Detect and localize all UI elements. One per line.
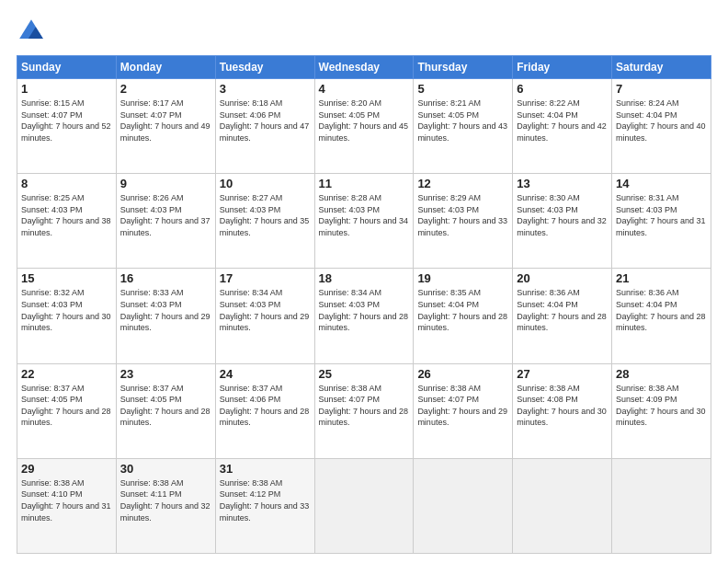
day-number: 9 [120, 177, 211, 190]
calendar-cell: 4 Sunrise: 8:20 AMSunset: 4:05 PMDayligh… [314, 79, 414, 174]
day-info: Sunrise: 8:38 AMSunset: 4:07 PMDaylight:… [319, 384, 409, 428]
day-info: Sunrise: 8:32 AMSunset: 4:03 PMDaylight:… [21, 288, 111, 332]
weekday-header: Sunday [17, 56, 117, 79]
calendar-cell: 30 Sunrise: 8:38 AMSunset: 4:11 PMDaylig… [116, 458, 215, 553]
day-number: 3 [220, 82, 311, 96]
day-number: 25 [319, 367, 410, 381]
calendar-cell: 7 Sunrise: 8:24 AMSunset: 4:04 PMDayligh… [612, 79, 711, 174]
calendar-cell: 18 Sunrise: 8:34 AMSunset: 4:03 PMDaylig… [314, 269, 414, 363]
calendar-cell: 13 Sunrise: 8:30 AMSunset: 4:03 PMDaylig… [513, 174, 612, 269]
weekday-header: Thursday [414, 56, 513, 79]
logo [17, 17, 50, 46]
day-info: Sunrise: 8:27 AMSunset: 4:03 PMDaylight:… [220, 193, 310, 237]
calendar-cell: 17 Sunrise: 8:34 AMSunset: 4:03 PMDaylig… [215, 269, 314, 363]
calendar-cell: 22 Sunrise: 8:37 AMSunset: 4:05 PMDaylig… [17, 363, 117, 458]
day-info: Sunrise: 8:26 AMSunset: 4:03 PMDaylight:… [120, 193, 210, 237]
day-number: 6 [517, 82, 608, 96]
calendar-week: 15 Sunrise: 8:32 AMSunset: 4:03 PMDaylig… [17, 269, 711, 363]
calendar-cell: 27 Sunrise: 8:38 AMSunset: 4:08 PMDaylig… [513, 363, 612, 458]
day-info: Sunrise: 8:36 AMSunset: 4:04 PMDaylight:… [517, 288, 607, 332]
calendar-header: SundayMondayTuesdayWednesdayThursdayFrid… [17, 56, 711, 79]
day-info: Sunrise: 8:35 AMSunset: 4:04 PMDaylight:… [417, 288, 507, 332]
day-info: Sunrise: 8:25 AMSunset: 4:03 PMDaylight:… [21, 193, 111, 237]
calendar-cell: 29 Sunrise: 8:38 AMSunset: 4:10 PMDaylig… [17, 458, 117, 553]
calendar-cell: 28 Sunrise: 8:38 AMSunset: 4:09 PMDaylig… [612, 363, 711, 458]
day-info: Sunrise: 8:38 AMSunset: 4:09 PMDaylight:… [616, 384, 706, 428]
day-info: Sunrise: 8:37 AMSunset: 4:05 PMDaylight:… [120, 384, 210, 428]
day-info: Sunrise: 8:36 AMSunset: 4:04 PMDaylight:… [616, 288, 706, 332]
weekday-header: Tuesday [215, 56, 314, 79]
calendar-cell: 3 Sunrise: 8:18 AMSunset: 4:06 PMDayligh… [215, 79, 314, 174]
calendar-cell: 24 Sunrise: 8:37 AMSunset: 4:06 PMDaylig… [215, 363, 314, 458]
day-info: Sunrise: 8:38 AMSunset: 4:08 PMDaylight:… [517, 384, 607, 428]
weekday-header: Friday [513, 56, 612, 79]
calendar-body: 1 Sunrise: 8:15 AMSunset: 4:07 PMDayligh… [17, 79, 711, 554]
day-info: Sunrise: 8:38 AMSunset: 4:10 PMDaylight:… [21, 478, 111, 523]
day-number: 30 [120, 462, 211, 476]
day-number: 8 [21, 177, 112, 190]
day-number: 23 [120, 367, 211, 381]
day-info: Sunrise: 8:20 AMSunset: 4:05 PMDaylight:… [319, 98, 409, 143]
day-number: 28 [616, 367, 707, 381]
day-number: 2 [120, 82, 211, 96]
day-info: Sunrise: 8:37 AMSunset: 4:06 PMDaylight:… [220, 384, 310, 428]
day-info: Sunrise: 8:30 AMSunset: 4:03 PMDaylight:… [517, 193, 607, 237]
day-info: Sunrise: 8:38 AMSunset: 4:11 PMDaylight:… [120, 478, 210, 523]
day-info: Sunrise: 8:24 AMSunset: 4:04 PMDaylight:… [616, 98, 706, 143]
calendar-cell: 2 Sunrise: 8:17 AMSunset: 4:07 PMDayligh… [116, 79, 215, 174]
day-number: 14 [616, 177, 707, 190]
calendar-cell: 31 Sunrise: 8:38 AMSunset: 4:12 PMDaylig… [215, 458, 314, 553]
day-info: Sunrise: 8:22 AMSunset: 4:04 PMDaylight:… [517, 98, 607, 143]
day-info: Sunrise: 8:34 AMSunset: 4:03 PMDaylight:… [319, 288, 409, 332]
logo-icon [17, 17, 46, 46]
day-info: Sunrise: 8:31 AMSunset: 4:03 PMDaylight:… [616, 193, 706, 237]
calendar-cell: 5 Sunrise: 8:21 AMSunset: 4:05 PMDayligh… [414, 79, 513, 174]
day-number: 4 [319, 82, 410, 96]
day-number: 22 [21, 367, 112, 381]
day-number: 29 [21, 462, 112, 476]
day-number: 17 [220, 271, 311, 285]
day-number: 12 [417, 177, 508, 190]
day-info: Sunrise: 8:15 AMSunset: 4:07 PMDaylight:… [21, 98, 111, 143]
calendar-cell [414, 458, 513, 553]
calendar: SundayMondayTuesdayWednesdayThursdayFrid… [17, 55, 711, 554]
day-info: Sunrise: 8:29 AMSunset: 4:03 PMDaylight:… [417, 193, 507, 237]
day-info: Sunrise: 8:34 AMSunset: 4:03 PMDaylight:… [220, 288, 310, 332]
header [17, 17, 711, 46]
calendar-cell [314, 458, 414, 553]
day-number: 1 [21, 82, 112, 96]
calendar-cell: 14 Sunrise: 8:31 AMSunset: 4:03 PMDaylig… [612, 174, 711, 269]
calendar-week: 22 Sunrise: 8:37 AMSunset: 4:05 PMDaylig… [17, 363, 711, 458]
day-number: 15 [21, 271, 112, 285]
calendar-week: 8 Sunrise: 8:25 AMSunset: 4:03 PMDayligh… [17, 174, 711, 269]
day-number: 21 [616, 271, 707, 285]
calendar-cell [612, 458, 711, 553]
page: SundayMondayTuesdayWednesdayThursdayFrid… [0, 0, 728, 563]
calendar-week: 29 Sunrise: 8:38 AMSunset: 4:10 PMDaylig… [17, 458, 711, 553]
day-number: 13 [517, 177, 608, 190]
weekday-header: Wednesday [314, 56, 414, 79]
day-number: 7 [616, 82, 707, 96]
day-number: 16 [120, 271, 211, 285]
day-number: 20 [517, 271, 608, 285]
day-number: 18 [319, 271, 410, 285]
day-number: 27 [517, 367, 608, 381]
day-number: 19 [417, 271, 508, 285]
calendar-cell: 1 Sunrise: 8:15 AMSunset: 4:07 PMDayligh… [17, 79, 117, 174]
day-info: Sunrise: 8:17 AMSunset: 4:07 PMDaylight:… [120, 98, 210, 143]
calendar-cell: 12 Sunrise: 8:29 AMSunset: 4:03 PMDaylig… [414, 174, 513, 269]
weekday-header: Saturday [612, 56, 711, 79]
calendar-cell: 10 Sunrise: 8:27 AMSunset: 4:03 PMDaylig… [215, 174, 314, 269]
day-number: 5 [417, 82, 508, 96]
calendar-cell: 15 Sunrise: 8:32 AMSunset: 4:03 PMDaylig… [17, 269, 117, 363]
calendar-cell: 16 Sunrise: 8:33 AMSunset: 4:03 PMDaylig… [116, 269, 215, 363]
day-number: 11 [319, 177, 410, 190]
day-info: Sunrise: 8:33 AMSunset: 4:03 PMDaylight:… [120, 288, 210, 332]
calendar-cell: 6 Sunrise: 8:22 AMSunset: 4:04 PMDayligh… [513, 79, 612, 174]
day-info: Sunrise: 8:21 AMSunset: 4:05 PMDaylight:… [417, 98, 507, 143]
day-info: Sunrise: 8:37 AMSunset: 4:05 PMDaylight:… [21, 384, 111, 428]
calendar-cell: 23 Sunrise: 8:37 AMSunset: 4:05 PMDaylig… [116, 363, 215, 458]
calendar-cell: 11 Sunrise: 8:28 AMSunset: 4:03 PMDaylig… [314, 174, 414, 269]
calendar-cell [513, 458, 612, 553]
calendar-cell: 20 Sunrise: 8:36 AMSunset: 4:04 PMDaylig… [513, 269, 612, 363]
